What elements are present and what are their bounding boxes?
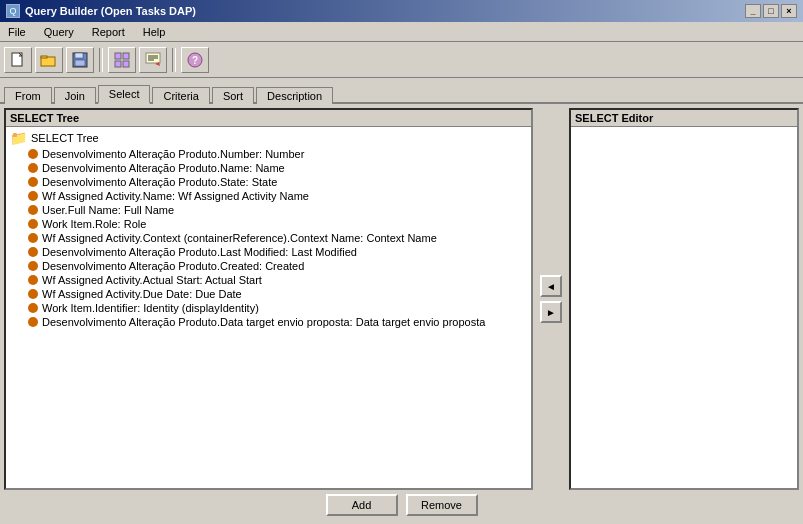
remove-button[interactable]: Remove: [406, 494, 478, 516]
new-icon: [10, 52, 26, 68]
save-button[interactable]: [66, 47, 94, 73]
toolbar-separator-2: [172, 48, 176, 72]
left-panel-header: SELECT Tree: [6, 110, 531, 127]
dot-icon: [28, 247, 38, 257]
list-item[interactable]: Desenvolvimento Alteração Produto.State:…: [8, 175, 529, 189]
move-left-button[interactable]: ◄: [540, 275, 562, 297]
svg-text:?: ?: [192, 55, 198, 66]
menu-file[interactable]: File: [4, 25, 30, 39]
svg-rect-6: [115, 53, 121, 59]
list-item[interactable]: Desenvolvimento Alteração Produto.Data t…: [8, 315, 529, 329]
list-item[interactable]: Desenvolvimento Alteração Produto.Create…: [8, 259, 529, 273]
window-controls[interactable]: _ □ ×: [745, 4, 797, 18]
menu-help[interactable]: Help: [139, 25, 170, 39]
title-bar: Q Query Builder (Open Tasks DAP) _ □ ×: [0, 0, 803, 22]
list-item[interactable]: Desenvolvimento Alteração Produto.Last M…: [8, 245, 529, 259]
dot-icon: [28, 233, 38, 243]
panels-row: SELECT Tree 📁 SELECT Tree Desenvolviment…: [4, 108, 799, 490]
tab-bar: From Join Select Criteria Sort Descripti…: [0, 78, 803, 104]
grid-icon: [114, 52, 130, 68]
dot-icon: [28, 149, 38, 159]
select-tree-panel: SELECT Tree 📁 SELECT Tree Desenvolviment…: [4, 108, 533, 490]
tree-root-label: SELECT Tree: [31, 132, 99, 144]
add-button[interactable]: Add: [326, 494, 398, 516]
dot-icon: [28, 289, 38, 299]
list-item[interactable]: Work Item.Identifier: Identity (displayI…: [8, 301, 529, 315]
grid-button[interactable]: [108, 47, 136, 73]
right-panel-header: SELECT Editor: [571, 110, 797, 127]
open-button[interactable]: [35, 47, 63, 73]
list-item[interactable]: Desenvolvimento Alteração Produto.Number…: [8, 147, 529, 161]
open-icon: [40, 52, 58, 68]
list-item[interactable]: Work Item.Role: Role: [8, 217, 529, 231]
save-icon: [72, 52, 88, 68]
toolbar-separator-1: [99, 48, 103, 72]
edit-icon: [145, 52, 161, 68]
tree-root-node[interactable]: 📁 SELECT Tree: [8, 129, 529, 147]
title-bar-left: Q Query Builder (Open Tasks DAP): [6, 4, 196, 18]
tree-area[interactable]: 📁 SELECT Tree Desenvolvimento Alteração …: [6, 127, 531, 488]
minimize-button[interactable]: _: [745, 4, 761, 18]
select-editor-panel: SELECT Editor: [569, 108, 799, 490]
menu-report[interactable]: Report: [88, 25, 129, 39]
help-icon: ?: [187, 52, 203, 68]
tab-from[interactable]: From: [4, 87, 52, 104]
dot-icon: [28, 205, 38, 215]
help-button[interactable]: ?: [181, 47, 209, 73]
svg-rect-2: [41, 56, 47, 58]
window-title: Query Builder (Open Tasks DAP): [25, 5, 196, 17]
list-item[interactable]: Wf Assigned Activity.Actual Start: Actua…: [8, 273, 529, 287]
svg-rect-7: [123, 53, 129, 59]
move-right-button[interactable]: ►: [540, 301, 562, 323]
new-button[interactable]: [4, 47, 32, 73]
dot-icon: [28, 303, 38, 313]
tab-join[interactable]: Join: [54, 87, 96, 104]
dot-icon: [28, 177, 38, 187]
dot-icon: [28, 317, 38, 327]
tab-description[interactable]: Description: [256, 87, 333, 104]
dot-icon: [28, 219, 38, 229]
dot-icon: [28, 191, 38, 201]
edit-button[interactable]: [139, 47, 167, 73]
dot-icon: [28, 163, 38, 173]
maximize-button[interactable]: □: [763, 4, 779, 18]
toolbar: ?: [0, 42, 803, 78]
list-item[interactable]: User.Full Name: Full Name: [8, 203, 529, 217]
menu-bar: File Query Report Help: [0, 22, 803, 42]
bottom-buttons-row: Add Remove: [4, 490, 799, 520]
dot-icon: [28, 261, 38, 271]
editor-area[interactable]: [571, 127, 797, 488]
folder-icon: 📁: [10, 130, 27, 146]
svg-rect-5: [75, 60, 85, 66]
svg-rect-4: [75, 53, 83, 58]
list-item[interactable]: Desenvolvimento Alteração Produto.Name: …: [8, 161, 529, 175]
tab-criteria[interactable]: Criteria: [152, 87, 209, 104]
list-item[interactable]: Wf Assigned Activity.Due Date: Due Date: [8, 287, 529, 301]
main-content: SELECT Tree 📁 SELECT Tree Desenvolviment…: [0, 104, 803, 524]
menu-query[interactable]: Query: [40, 25, 78, 39]
tab-select[interactable]: Select: [98, 85, 151, 104]
middle-buttons: ◄ ►: [537, 108, 565, 490]
svg-rect-9: [123, 61, 129, 67]
close-button[interactable]: ×: [781, 4, 797, 18]
dot-icon: [28, 275, 38, 285]
list-item[interactable]: Wf Assigned Activity.Context (containerR…: [8, 231, 529, 245]
tab-sort[interactable]: Sort: [212, 87, 254, 104]
app-icon: Q: [6, 4, 20, 18]
svg-rect-8: [115, 61, 121, 67]
list-item[interactable]: Wf Assigned Activity.Name: Wf Assigned A…: [8, 189, 529, 203]
